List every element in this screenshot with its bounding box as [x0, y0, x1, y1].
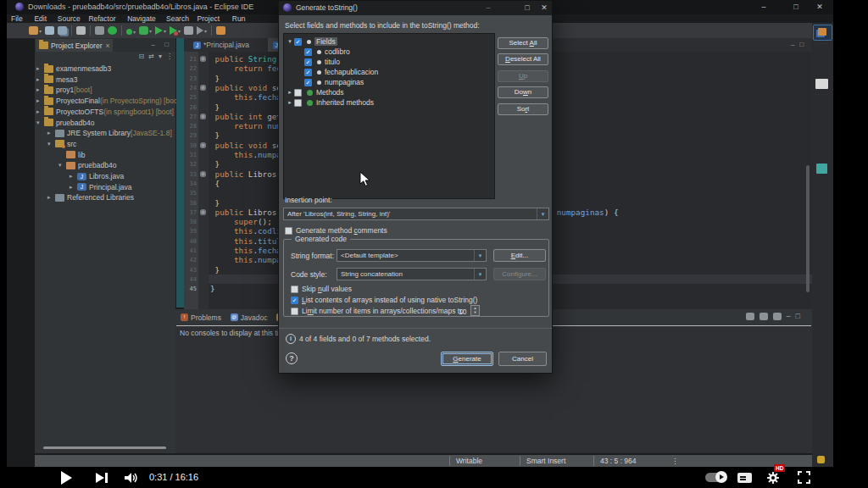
expander-icon[interactable]: ▸ [36, 97, 44, 104]
open-console-icon[interactable] [746, 313, 754, 320]
stop-icon[interactable] [182, 23, 195, 38]
explorer-item-libros-java[interactable]: ▸JLibros.java [70, 171, 124, 181]
panel-sash[interactable] [176, 38, 184, 308]
menu-item-run[interactable]: Run [232, 14, 246, 23]
explorer-item-pruebadb4o[interactable]: ▾pruebadb4o [36, 118, 94, 128]
java-perspective-icon[interactable] [813, 25, 832, 41]
expander-icon[interactable]: ▾ [47, 141, 55, 147]
menu-item-file[interactable]: File [11, 14, 23, 23]
console-tab-javadoc[interactable]: @Javadoc [231, 311, 268, 324]
expander-icon[interactable]: ▸ [36, 65, 44, 72]
link-editor-icon[interactable]: ⇄ [148, 53, 154, 63]
checkbox[interactable]: ✓ [304, 69, 312, 76]
generate-comments-checkbox-row[interactable]: Generate method comments [285, 226, 387, 235]
menu-item-search[interactable]: Search [166, 14, 189, 23]
dialog-tree-item-numpaginas[interactable]: ✓numpaginas [284, 77, 506, 87]
editor-scrollbar[interactable] [806, 165, 810, 292]
expander-icon[interactable]: ▾ [58, 162, 66, 169]
chevron-down-icon[interactable]: ▾ [474, 269, 486, 280]
explorer-item-referenced-libraries[interactable]: ▸Referenced Libraries [47, 192, 134, 202]
select-all-button[interactable]: Select All [498, 37, 548, 49]
close-tab-icon[interactable]: × [105, 42, 109, 50]
dialog-maximize-icon[interactable]: □ [520, 3, 535, 14]
profile-icon[interactable]: ▾ [168, 23, 182, 38]
explorer-item-pruebadb4o[interactable]: ▾pruebadb4o [58, 160, 116, 170]
print-icon[interactable] [75, 23, 87, 38]
pin-console-icon[interactable] [760, 313, 768, 320]
subtitles-icon[interactable] [736, 467, 753, 488]
fullscreen-icon[interactable] [795, 467, 812, 488]
display-selected-icon[interactable] [773, 313, 782, 320]
explorer-item-proyectoofts[interactable]: ▸ProyectoOFTS (in springboot1) [boot] [36, 107, 174, 117]
maximize-view-icon[interactable]: □ [796, 312, 800, 320]
volume-icon[interactable] [122, 467, 139, 488]
open-perspective-icon[interactable] [815, 79, 828, 89]
expander-icon[interactable]: ▸ [70, 184, 77, 191]
dialog-titlebar[interactable]: Generate toString() – □ ✕ [279, 1, 552, 15]
menu-item-navigate[interactable]: Navigate [127, 14, 156, 23]
skip-null-checkbox-row[interactable]: Skip null values [291, 285, 352, 293]
maximize-view-icon[interactable]: □ [164, 41, 169, 48]
explorer-item-jre-system-library[interactable]: ▸JRE System Library [JavaSE-1.8] [47, 128, 172, 138]
notification-icon[interactable] [817, 456, 825, 463]
dialog-minimize-icon[interactable]: – [481, 3, 496, 14]
debug-perspective-icon[interactable] [816, 164, 827, 174]
saveall-icon[interactable] [56, 23, 69, 38]
expander-icon[interactable]: ▸ [286, 99, 294, 106]
deselect-all-button[interactable]: Deselect All [498, 53, 548, 65]
configure-button[interactable]: Configure... [493, 268, 546, 280]
dialog-tree-item-inherited-methods[interactable]: ▸Inherited methods [284, 97, 496, 108]
debug-icon[interactable]: ▾ [137, 23, 153, 38]
expander-icon[interactable]: ▸ [36, 76, 44, 83]
dot-icon[interactable]: ▾ [125, 25, 137, 40]
checkbox[interactable] [285, 227, 292, 235]
menu-item-source[interactable]: Source [58, 14, 81, 23]
checkbox[interactable] [294, 99, 302, 107]
next-button[interactable] [93, 467, 110, 488]
checkbox[interactable] [291, 308, 298, 315]
expander-icon[interactable]: ▸ [47, 130, 55, 136]
expander-icon[interactable]: ▾ [286, 38, 294, 45]
status-overflow-icon[interactable]: ⋮ [665, 456, 679, 466]
menu-item-project[interactable]: Project [198, 14, 220, 23]
minimize-icon[interactable]: – [756, 2, 771, 13]
newjava-icon[interactable] [214, 23, 227, 38]
checkbox[interactable]: ✓ [304, 48, 312, 56]
explorer-item-examenmesadb3[interactable]: ▸examenmesadb3 [36, 64, 111, 74]
string-format-combo[interactable]: <Default template> ▾ [337, 249, 487, 262]
expander-icon[interactable]: ▸ [70, 173, 77, 180]
play-button[interactable] [58, 467, 75, 488]
console-tab-problems[interactable]: !Problems [181, 311, 221, 324]
sort-button[interactable]: Sort [498, 103, 548, 115]
dialog-close-icon[interactable]: ✕ [537, 3, 552, 14]
limit-items-checkbox-row[interactable]: Limit number of items in arrays/collecti… [291, 307, 464, 315]
help-icon[interactable]: ? [286, 352, 298, 364]
save-icon[interactable] [43, 23, 56, 38]
list-contents-checkbox-row[interactable]: ✓List contents of arrays instead of usin… [291, 296, 477, 304]
maximize-icon[interactable]: □ [788, 2, 804, 13]
close-icon[interactable]: ✕ [812, 2, 827, 13]
editor-tab-principal-java[interactable]: J*Principal.java [188, 38, 254, 52]
skip-icon[interactable]: ▾ [195, 23, 209, 38]
code-style-combo[interactable]: String concatenation ▾ [337, 268, 487, 280]
minimize-view-icon[interactable]: – [152, 41, 155, 48]
chevron-down-icon[interactable]: ▾ [474, 250, 486, 261]
checkbox[interactable] [294, 89, 302, 97]
explorer-item-principal-java[interactable]: ▸JPrincipal.java [70, 182, 132, 192]
collapse-all-icon[interactable]: ⊟ [139, 53, 145, 63]
dialog-tree-item-fields[interactable]: ▾✓Fields [284, 36, 496, 47]
run-icon[interactable]: ▾ [153, 23, 168, 38]
checkbox[interactable]: ✓ [294, 38, 302, 46]
horizontal-scrollbar[interactable] [43, 446, 166, 449]
checkbox[interactable]: ✓ [291, 297, 298, 304]
menu-item-edit[interactable]: Edit [34, 14, 47, 23]
minimize-view-icon[interactable]: – [787, 312, 791, 320]
explorer-item-mesa3[interactable]: ▸mesa3 [36, 75, 78, 85]
tab-project-explorer[interactable]: Project Explorer × [36, 39, 113, 52]
dialog-tree-item-fechapublicacion[interactable]: ✓fechapublicacion [284, 67, 506, 77]
explorer-item-proyectofinal[interactable]: ▸ProyectoFinal (in ProyectoSpring) [boot… [36, 96, 181, 106]
filter-icon[interactable]: ▾ [159, 53, 162, 63]
checkbox[interactable]: ✓ [304, 79, 312, 86]
explorer-item-lib[interactable]: lib [58, 150, 86, 160]
checkbox[interactable] [291, 286, 298, 293]
